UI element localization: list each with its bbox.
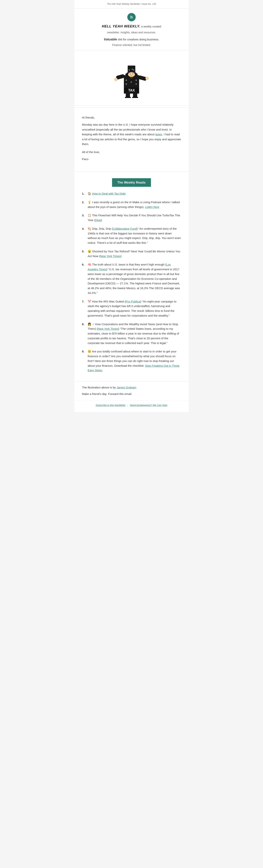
item-link[interactable]: Pro Publica: [126, 300, 140, 303]
item-num: 1.: [82, 191, 86, 196]
svg-text:★: ★: [130, 81, 132, 83]
item-link[interactable]: New York Times: [100, 254, 121, 258]
issue-title: The Hell Yeah Weekly Nerdletter I Issue …: [107, 3, 156, 5]
valuable-text: shit for creatives doing business.: [117, 38, 159, 41]
valuable-sub: Finance oriented, but not limited.: [82, 43, 181, 47]
item-content: 🏗️ Drip, Drip, Drip (Collaborative Fund)…: [88, 226, 181, 245]
item-content: 👩 ♀ How Corporations and the Wealthy Avo…: [88, 322, 181, 346]
item-content: 😦 Shocked by Your Tax Refund? Next Year …: [88, 249, 181, 259]
svg-point-26: [125, 96, 131, 98]
greeting-hi: Hi friends,: [82, 115, 181, 120]
svg-text:★: ★: [133, 69, 134, 71]
item-num: 3.: [82, 213, 86, 223]
item-content: 💡 I was recently a guest on the #I Make …: [88, 200, 181, 210]
reads-list: 1. 🏠 How to Deal with Tax Debt 2. 💡 I wa…: [82, 191, 181, 373]
list-item: 9. 😟 Are you totally confused about wher…: [82, 349, 181, 373]
list-item: 2. 💡 I was recently a guest on the #I Ma…: [82, 200, 181, 210]
divider-1: [74, 107, 189, 107]
item-num: 5.: [82, 249, 86, 259]
forward-text: Make a friend's day. Forward this email.: [82, 392, 181, 396]
signature: All of the love, Paco: [82, 150, 181, 162]
svg-text:★: ★: [135, 83, 137, 85]
illustration-credit: The illustration above is by James Graha…: [82, 385, 181, 390]
valuable-line: Valuable shit for creatives doing busine…: [82, 37, 181, 42]
item-num: 9.: [82, 349, 86, 373]
svg-text:★: ★: [125, 79, 127, 81]
hero-image: ★ ★ ★ ★ ★ TAX ★ ★ ★: [74, 50, 189, 105]
item-num: 6.: [82, 262, 86, 295]
list-item: 1. 🏠 How to Deal with Tax Debt: [82, 191, 181, 196]
svg-text:★: ★: [128, 69, 130, 71]
brand-tagline-prefix: a weekly: [141, 25, 152, 28]
taxes-link[interactable]: taxes: [155, 133, 162, 136]
item-content: 📋 This Flowchart Will Help You Decide If…: [88, 213, 181, 223]
item-num: 8.: [82, 322, 86, 346]
email-wrapper: The Hell Yeah Weekly Nerdletter I Issue …: [74, 0, 189, 412]
list-item: 8. 👩 ♀ How Corporations and the Wealthy …: [82, 322, 181, 346]
list-item: 7. ✂️ How the IRS Was Gutted (Pro Public…: [82, 299, 181, 318]
item-num: 2.: [82, 200, 86, 210]
list-item: 3. 📋 This Flowchart Will Help You Decide…: [82, 213, 181, 223]
list-item: 6. 🧠 The truth about U.S. taxes is that …: [82, 262, 181, 295]
greeting-body: Monday was tax day here in the U.S. I ho…: [82, 122, 181, 147]
item-content: 😟 Are you totally confused about where t…: [88, 349, 181, 373]
list-item: 4. 🏗️ Drip, Drip, Drip (Collaborative Fu…: [82, 226, 181, 245]
divider-2: [74, 172, 189, 172]
tax-illustration: ★ ★ ★ ★ ★ TAX ★ ★ ★: [112, 56, 151, 98]
item-link[interactable]: Stop Freaking Out in Three Easy Steps: [88, 364, 179, 372]
item-content: ✂️ How the IRS Was Gutted (Pro Publica) …: [88, 299, 181, 318]
item-num: 4.: [82, 226, 86, 245]
brand-name: HELL YEAH WEEKLY.: [102, 24, 140, 28]
subscribe-link[interactable]: Subscribe to this Nerdletter: [96, 404, 126, 407]
logo-circle: h: [127, 13, 136, 21]
separator: |: [128, 404, 128, 407]
logo-letter: h: [130, 14, 133, 20]
footer-links: Subscribe to this Nerdletter | Need book…: [74, 400, 189, 412]
item-content: 🧠 The truth about U.S. taxes is that the…: [88, 262, 181, 295]
svg-text:TAX: TAX: [128, 88, 135, 92]
signature-line2: Paco: [82, 157, 181, 162]
svg-rect-24: [126, 92, 130, 97]
weekly-reads-badge: The Weekly Reads: [112, 178, 151, 187]
greeting: Hi friends, Monday was tax day here in t…: [82, 115, 181, 162]
signature-line1: All of the love,: [82, 150, 181, 155]
weekly-reads-title: The Weekly Reads: [82, 178, 181, 187]
top-bar: The Hell Yeah Weekly Nerdletter I Issue …: [74, 0, 189, 8]
item-link[interactable]: Collaborative Fund: [113, 227, 137, 230]
footer-content: The illustration above is by James Graha…: [74, 381, 189, 400]
svg-point-20: [130, 73, 131, 74]
svg-point-21: [132, 73, 133, 74]
item-link[interactable]: How to Deal with Tax Debt: [92, 192, 126, 195]
list-item: 5. 😦 Shocked by Your Tax Refund? Next Ye…: [82, 249, 181, 259]
brand-line: HELL YEAH WEEKLY. a weekly curated: [82, 24, 181, 29]
item-num: 7.: [82, 299, 86, 318]
greeting-content: Hi friends, Monday was tax day here in t…: [74, 110, 189, 169]
svg-text:★: ★: [135, 79, 137, 81]
item-content: 🏠 How to Deal with Tax Debt: [88, 191, 181, 196]
brand-curated: curated: [152, 25, 161, 28]
item-link[interactable]: New York Times: [98, 327, 118, 330]
svg-point-23: [145, 76, 149, 80]
item-link[interactable]: Listen here: [145, 205, 159, 209]
svg-point-27: [132, 96, 138, 98]
item-link[interactable]: Digg: [95, 218, 101, 222]
svg-rect-25: [133, 92, 137, 97]
illustration-credit-text: The illustration above is by: [82, 386, 117, 389]
valuable-label: Valuable: [104, 37, 117, 41]
brand-sub: newsletter. Insights, ideas and resource…: [82, 30, 181, 34]
header: h HELL YEAH WEEKLY. a weekly curated new…: [74, 8, 189, 50]
weekly-reads-section: The Weekly Reads 1. 🏠 How to Deal with T…: [74, 174, 189, 381]
item-link[interactable]: Los Angeles Times: [88, 263, 171, 271]
illustrator-link[interactable]: James Graham: [117, 386, 136, 389]
svg-point-22: [114, 78, 118, 81]
svg-text:★: ★: [125, 83, 127, 85]
bookkeeping-link[interactable]: Need bookkeeping? We Can Help: [130, 404, 167, 407]
